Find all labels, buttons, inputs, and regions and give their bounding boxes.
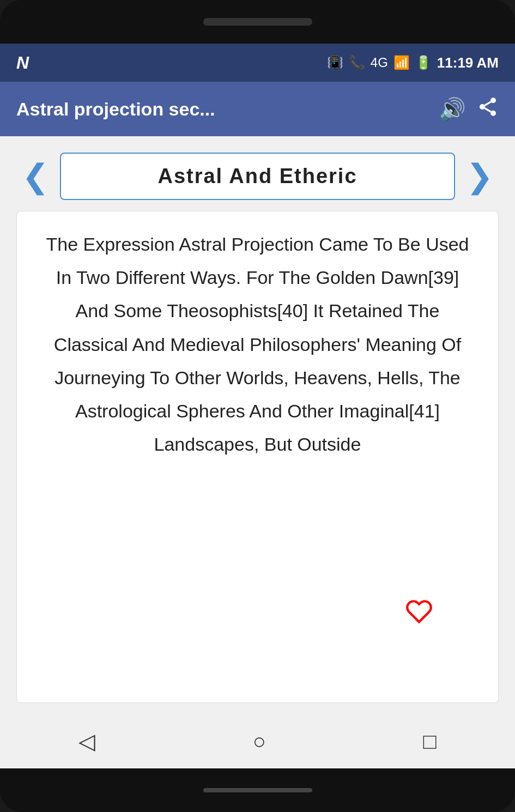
share-icon[interactable] xyxy=(477,96,499,123)
signal-icon: 📶 xyxy=(393,55,410,70)
svg-point-2 xyxy=(490,110,496,116)
main-content: ❮ Astral And Etheric ❯ The Expression As… xyxy=(0,136,515,714)
battery-icon: 🔋 xyxy=(415,55,432,70)
chapter-title-box: Astral And Etheric xyxy=(60,153,455,200)
phone-frame: N 📳 📞 4G 📶 🔋 11:19 AM Astral projection … xyxy=(0,0,515,812)
4g-label: 4G xyxy=(371,55,388,70)
status-bar: N 📳 📞 4G 📶 🔋 11:19 AM xyxy=(0,44,515,82)
next-chapter-button[interactable]: ❯ xyxy=(461,160,499,193)
bottom-bezel xyxy=(0,768,515,812)
status-time: 11:19 AM xyxy=(437,54,499,71)
app-bar-title: Astral projection sec... xyxy=(16,99,428,120)
content-box: The Expression Astral Projection Came To… xyxy=(16,211,499,703)
back-button[interactable]: ◁ xyxy=(78,729,95,754)
n-logo: N xyxy=(16,53,29,73)
speaker-grille xyxy=(203,18,312,26)
favorite-heart-icon[interactable] xyxy=(405,598,433,632)
app-bar: Astral projection sec... 🔊 xyxy=(0,82,515,136)
recent-apps-button[interactable]: □ xyxy=(423,729,437,754)
home-indicator xyxy=(203,788,312,792)
svg-line-3 xyxy=(484,108,490,112)
svg-point-0 xyxy=(490,98,496,103)
bottom-nav: ◁ ○ □ xyxy=(0,714,515,768)
svg-point-1 xyxy=(480,104,485,110)
status-right: 📳 📞 4G 📶 🔋 11:19 AM xyxy=(327,54,499,71)
home-button[interactable]: ○ xyxy=(253,729,266,754)
sound-icon[interactable]: 🔊 xyxy=(439,96,466,122)
call-icon: 📞 xyxy=(349,55,365,70)
chapter-title: Astral And Etheric xyxy=(157,165,357,187)
prev-chapter-button[interactable]: ❮ xyxy=(16,160,54,193)
svg-line-4 xyxy=(484,101,490,105)
chapter-nav: ❮ Astral And Etheric ❯ xyxy=(16,153,499,200)
content-text: The Expression Astral Projection Came To… xyxy=(39,228,476,461)
status-left: N xyxy=(16,53,29,73)
top-bezel xyxy=(0,0,515,44)
vibrate-icon: 📳 xyxy=(327,55,343,70)
